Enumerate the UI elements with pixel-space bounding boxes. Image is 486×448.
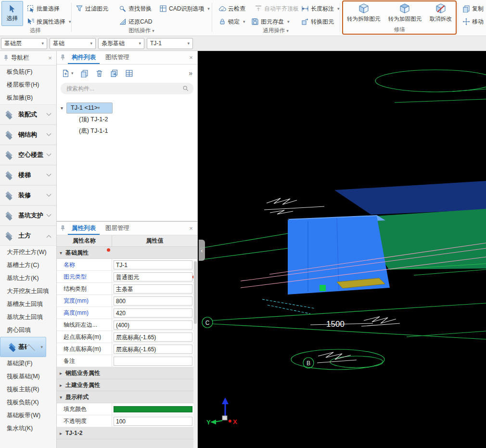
sidebar-item-hollow-slab[interactable]: 空心楼盖 bbox=[0, 145, 56, 165]
convert-element-button[interactable]: 转换图元 bbox=[299, 16, 336, 27]
tree-item-bottom[interactable]: (底) TJ-1-1 bbox=[57, 125, 197, 137]
tree-item-top[interactable]: (顶) TJ-1-2 bbox=[57, 114, 197, 125]
cancel-demolition-button[interactable]: 取消拆改 bbox=[430, 3, 452, 23]
property-value-input[interactable]: 普通图元 bbox=[114, 272, 192, 282]
tab-component-list[interactable]: 构件列表 bbox=[68, 51, 100, 64]
sidebar-item-leaf[interactable]: 楼层板带(H) bbox=[0, 78, 56, 91]
sidebar-item-stairs[interactable]: 楼梯 bbox=[0, 165, 56, 185]
ribbon-separator bbox=[340, 3, 340, 32]
cad-recognize-options-button[interactable]: CAD识别选项 bbox=[157, 3, 212, 14]
lock-button[interactable]: 锁定 bbox=[217, 16, 247, 27]
group-label-general[interactable]: 通用操作 bbox=[212, 27, 339, 35]
property-value-input[interactable] bbox=[114, 357, 192, 366]
more-tools-button[interactable] bbox=[189, 69, 192, 77]
move-button[interactable]: 移动 bbox=[460, 16, 486, 27]
tab-property-list[interactable]: 属性列表 bbox=[68, 222, 100, 235]
auto-align-top-button[interactable]: 自动平齐顶板 bbox=[253, 3, 307, 14]
copy-between-layers-button[interactable] bbox=[110, 69, 118, 77]
group-label-drawing[interactable]: 图纸操作 bbox=[72, 27, 211, 35]
sidebar-item-foundation[interactable]: 基础 bbox=[0, 337, 46, 357]
component-search-input[interactable] bbox=[61, 83, 193, 94]
tree-expand-icon[interactable] bbox=[61, 105, 66, 111]
level-select[interactable]: 基础层 bbox=[1, 38, 47, 49]
property-section-civil[interactable]: 土建业务属性 bbox=[57, 379, 197, 391]
sidebar-item-leaf[interactable]: 房心回填 bbox=[0, 324, 56, 337]
close-icon[interactable] bbox=[188, 225, 194, 232]
sidebar-item-leaf[interactable]: 基坑土方(K) bbox=[0, 272, 56, 285]
sidebar-item-leaf[interactable]: 基础梁(F) bbox=[0, 357, 56, 370]
property-section-basic[interactable]: 基础属性 bbox=[57, 247, 197, 259]
section-expand-icon bbox=[60, 250, 65, 256]
property-value-input[interactable]: 层底标高(-1.65) bbox=[114, 345, 192, 354]
storey-copy-button[interactable] bbox=[125, 69, 133, 77]
property-value-input[interactable]: TJ-1 bbox=[114, 260, 192, 269]
property-section-tj12[interactable]: TJ-1-2 bbox=[57, 427, 197, 439]
sidebar-item-pit-support[interactable]: 基坑支护 bbox=[0, 205, 56, 226]
new-component-button[interactable] bbox=[62, 69, 74, 77]
property-value-input[interactable]: 800 bbox=[114, 296, 192, 306]
panel-collapse-button[interactable] bbox=[199, 240, 205, 261]
attr-select-button[interactable]: 按属性选择 bbox=[25, 16, 73, 27]
pin-icon[interactable] bbox=[60, 225, 66, 231]
chevron-up-icon bbox=[26, 344, 35, 353]
tab-drawing-management[interactable]: 图纸管理 bbox=[102, 51, 133, 64]
sidebar-item-leaf[interactable]: 板加腋(B) bbox=[0, 91, 56, 104]
green-handle[interactable] bbox=[320, 285, 326, 291]
sidebar-item-leaf[interactable]: 基槽土方(C) bbox=[0, 259, 56, 272]
property-row: 高度(mm)420 bbox=[57, 307, 197, 319]
type-select[interactable]: 条形基础 bbox=[98, 38, 144, 49]
category-icon bbox=[4, 110, 15, 119]
sidebar-item-earthwork[interactable]: 土方 bbox=[0, 226, 56, 246]
pin-icon[interactable] bbox=[3, 55, 9, 61]
sidebar-item-leaf[interactable]: 筏板基础(M) bbox=[0, 370, 56, 383]
property-value-input[interactable]: 420 bbox=[114, 308, 192, 318]
sidebar-item-leaf[interactable]: 基槽灰土回填 bbox=[0, 298, 56, 311]
pin-icon[interactable] bbox=[60, 54, 66, 61]
find-replace-button[interactable]: 查找替换 bbox=[117, 3, 153, 14]
copy-component-button[interactable] bbox=[80, 69, 89, 77]
sidebar-item-leaf[interactable]: 筏板负筋(X) bbox=[0, 396, 56, 409]
category-select[interactable]: 基础 bbox=[50, 38, 96, 49]
sidebar-item-leaf[interactable]: 大开挖灰土回填 bbox=[0, 285, 56, 298]
select-mode-button[interactable]: 选择 bbox=[1, 1, 23, 26]
close-icon[interactable] bbox=[47, 55, 53, 62]
element-select[interactable]: TJ-1 bbox=[147, 38, 193, 49]
property-row: 不透明度100 bbox=[57, 415, 197, 427]
delete-component-button[interactable] bbox=[95, 69, 103, 77]
property-value-input[interactable]: 主条基 bbox=[114, 284, 192, 294]
scrollbar-thumb[interactable] bbox=[194, 261, 197, 324]
sidebar-item-leaf[interactable]: 基础板带(W) bbox=[0, 409, 56, 422]
sidebar-item-decoration[interactable]: 装修 bbox=[0, 185, 56, 205]
copy-button[interactable]: 复制 bbox=[460, 3, 486, 14]
viewport-3d[interactable]: C 1500 B bbox=[198, 51, 486, 448]
save-element-button[interactable]: 图元存盘 bbox=[249, 16, 292, 27]
close-icon[interactable] bbox=[188, 54, 194, 61]
property-value-input[interactable]: 100 bbox=[114, 417, 192, 426]
sidebar-item-leaf[interactable]: 筏板主筋(R) bbox=[0, 383, 56, 396]
filter-elements-button[interactable]: 过滤图元 bbox=[74, 3, 110, 14]
sidebar-item-leaf[interactable]: 集水坑(K) bbox=[0, 422, 56, 435]
restore-cad-button[interactable]: 还原CAD bbox=[117, 16, 154, 27]
tree-item-root[interactable]: TJ-1 <11> bbox=[57, 102, 197, 114]
batch-select-button[interactable]: 批量选择 bbox=[25, 3, 62, 14]
sidebar-item-leaf[interactable]: 基坑灰土回填 bbox=[0, 311, 56, 324]
annotation-scribbles bbox=[361, 317, 400, 326]
property-section-rebar[interactable]: 钢筋业务属性 bbox=[57, 367, 197, 379]
sidebar-item-prefab[interactable]: 装配式 bbox=[0, 104, 56, 125]
cloud-check-button[interactable]: 云检查 bbox=[217, 3, 247, 14]
length-annotation-button[interactable]: 长度标注 bbox=[299, 3, 342, 14]
sidebar-item-leaf[interactable]: 大开挖土方(W) bbox=[0, 246, 56, 259]
to-demolition-button[interactable]: 转为拆除图元 bbox=[347, 3, 380, 23]
tab-layer-management[interactable]: 图层管理 bbox=[102, 222, 133, 235]
property-section-display[interactable]: 显示样式 bbox=[57, 391, 197, 403]
scrollbar[interactable] bbox=[193, 260, 197, 448]
property-value-input[interactable]: 层底标高(-1.65) bbox=[114, 333, 192, 342]
sidebar-item-leaf[interactable]: 板负筋(F) bbox=[0, 65, 56, 78]
property-value-input[interactable]: (400) bbox=[114, 320, 192, 330]
to-reinforce-button[interactable]: 转为加固图元 bbox=[388, 3, 422, 23]
fill-color-swatch[interactable] bbox=[114, 406, 192, 412]
copy-icon bbox=[80, 69, 89, 77]
sidebar-item-steel[interactable]: 钢结构 bbox=[0, 125, 56, 145]
copy-icon bbox=[462, 5, 470, 13]
dimension-text: 1500 bbox=[326, 320, 345, 329]
